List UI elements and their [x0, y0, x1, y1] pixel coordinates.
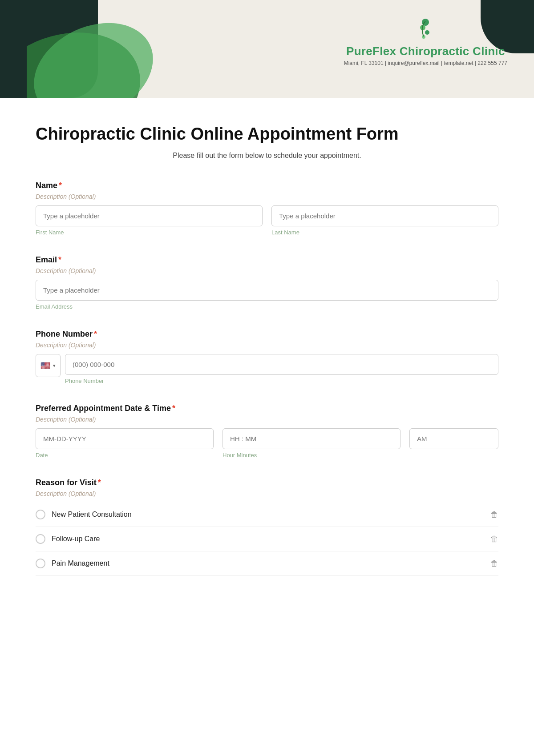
- ampm-input[interactable]: [409, 428, 498, 449]
- country-code-selector[interactable]: 🇺🇸 ▾: [36, 354, 61, 377]
- brand-name: PureFlex Chiropractic Clinic: [344, 44, 507, 58]
- radio-left-0: New Patient Consultation: [36, 510, 132, 519]
- appointment-field-section: Preferred Appointment Date & Time* Descr…: [36, 404, 498, 458]
- email-wrapper: Email Address: [36, 280, 498, 310]
- phone-input-wrapper: Phone Number: [65, 354, 498, 384]
- date-input[interactable]: [36, 428, 214, 449]
- svg-point-1: [27, 4, 169, 98]
- radio-item[interactable]: New Patient Consultation 🗑: [36, 503, 498, 527]
- radio-left-1: Follow-up Care: [36, 534, 100, 544]
- time-sublabel: Hour Minutes: [222, 452, 400, 458]
- first-name-wrapper: First Name: [36, 205, 263, 236]
- first-name-sublabel: First Name: [36, 229, 263, 236]
- datetime-row: Date Hour Minutes: [36, 428, 498, 458]
- phone-field-section: Phone Number* Description (Optional) 🇺🇸 …: [36, 330, 498, 384]
- last-name-input[interactable]: [271, 205, 498, 226]
- phone-row: 🇺🇸 ▾ Phone Number: [36, 354, 498, 384]
- name-required-star: *: [59, 181, 62, 190]
- phone-required-star: *: [94, 330, 97, 338]
- form-subtitle: Please fill out the form below to schedu…: [36, 152, 498, 160]
- time-input[interactable]: [222, 428, 400, 449]
- email-required-star: *: [58, 255, 61, 264]
- radio-item[interactable]: Pain Management 🗑: [36, 551, 498, 576]
- time-wrapper: Hour Minutes: [222, 428, 400, 458]
- reason-description: Description (Optional): [36, 490, 498, 497]
- name-label: Name*: [36, 181, 498, 190]
- reason-radio-list: New Patient Consultation 🗑 Follow-up Car…: [36, 503, 498, 576]
- last-name-sublabel: Last Name: [271, 229, 498, 236]
- brand-contact: Miami, FL 33101 | inquire@pureflex.mail …: [344, 60, 507, 66]
- last-name-wrapper: Last Name: [271, 205, 498, 236]
- radio-text-2: Pain Management: [52, 559, 109, 567]
- name-input-row: First Name Last Name: [36, 205, 498, 236]
- form-title: Chiropractic Clinic Online Appointment F…: [36, 125, 498, 144]
- ampm-wrapper: [409, 428, 498, 449]
- reason-label: Reason for Visit*: [36, 478, 498, 487]
- reason-field-section: Reason for Visit* Description (Optional)…: [36, 478, 498, 576]
- appointment-description: Description (Optional): [36, 416, 498, 423]
- radio-circle-0[interactable]: [36, 510, 45, 519]
- radio-left-2: Pain Management: [36, 559, 109, 568]
- header-brand: PureFlex Chiropractic Clinic Miami, FL 3…: [344, 13, 507, 66]
- radio-circle-1[interactable]: [36, 534, 45, 544]
- appointment-required-star: *: [172, 404, 175, 413]
- form-container: Chiropractic Clinic Online Appointment F…: [0, 98, 534, 756]
- email-description: Description (Optional): [36, 267, 498, 274]
- phone-label: Phone Number*: [36, 330, 498, 339]
- radio-item[interactable]: Follow-up Care 🗑: [36, 527, 498, 551]
- us-flag-icon: 🇺🇸: [40, 361, 50, 370]
- name-description: Description (Optional): [36, 193, 498, 200]
- appointment-label: Preferred Appointment Date & Time*: [36, 404, 498, 413]
- reason-required-star: *: [98, 478, 101, 487]
- radio-text-1: Follow-up Care: [52, 535, 100, 543]
- first-name-input[interactable]: [36, 205, 263, 226]
- phone-description: Description (Optional): [36, 342, 498, 349]
- name-field-section: Name* Description (Optional) First Name …: [36, 181, 498, 236]
- date-wrapper: Date: [36, 428, 214, 458]
- chevron-down-icon: ▾: [53, 363, 56, 369]
- email-sublabel: Email Address: [36, 303, 498, 310]
- delete-icon-0[interactable]: 🗑: [490, 510, 498, 519]
- radio-circle-2[interactable]: [36, 559, 45, 568]
- page-header: PureFlex Chiropractic Clinic Miami, FL 3…: [0, 0, 534, 98]
- delete-icon-1[interactable]: 🗑: [490, 535, 498, 544]
- svg-point-4: [425, 30, 429, 35]
- delete-icon-2[interactable]: 🗑: [490, 559, 498, 568]
- header-swoosh-svg: [27, 0, 169, 98]
- phone-sublabel: Phone Number: [65, 378, 498, 384]
- date-sublabel: Date: [36, 452, 214, 458]
- phone-input[interactable]: [65, 354, 498, 375]
- radio-text-0: New Patient Consultation: [52, 511, 132, 519]
- brand-logo-icon: [411, 13, 440, 42]
- email-input[interactable]: [36, 280, 498, 301]
- email-field-section: Email* Description (Optional) Email Addr…: [36, 255, 498, 310]
- email-label: Email*: [36, 255, 498, 265]
